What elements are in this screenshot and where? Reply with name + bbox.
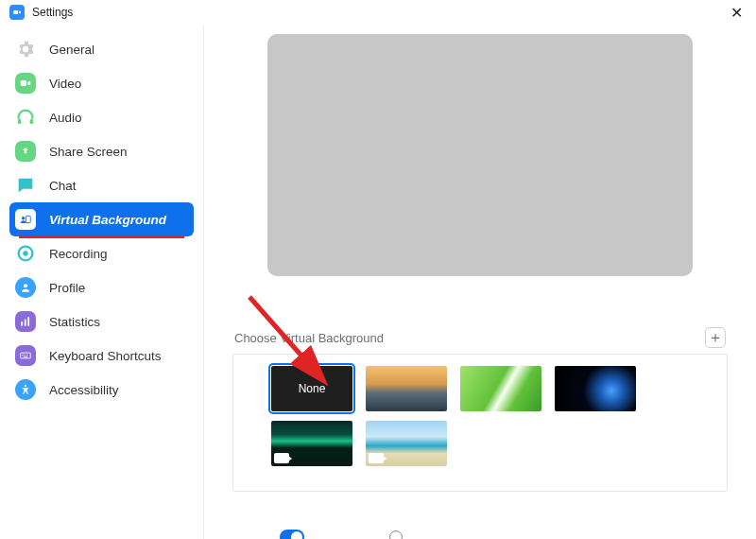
svg-rect-1 [21,80,26,86]
keyboard-icon [15,345,36,366]
sidebar-item-virtual-background[interactable]: Virtual Background [9,202,194,236]
bottom-controls [204,530,756,539]
background-option-bridge[interactable] [366,366,447,411]
section-title: Choose Virtual Background [234,331,384,345]
video-badge-icon [369,453,384,463]
virtual-background-icon [15,209,36,230]
window-title: Settings [32,6,73,19]
titlebar: Settings ✕ [0,0,756,25]
svg-rect-0 [13,10,18,14]
background-option-earth[interactable] [555,366,636,411]
none-label: None [299,382,326,395]
sidebar-item-keyboard-shortcuts[interactable]: Keyboard Shortcuts [0,339,203,373]
sidebar-item-label: Recording [49,247,108,261]
svg-point-8 [24,284,27,287]
svg-point-4 [22,217,26,220]
add-background-button[interactable]: ＋ [705,327,726,348]
video-badge-icon [274,453,289,463]
video-preview [267,34,693,276]
chat-icon [15,175,36,196]
sidebar-item-label: Chat [49,179,77,193]
close-icon[interactable]: ✕ [727,4,747,22]
share-screen-icon [15,141,36,162]
section-header-row: Choose Virtual Background ＋ [232,327,728,354]
svg-rect-11 [27,317,29,325]
sidebar-item-accessibility[interactable]: Accessibility [0,373,203,407]
svg-point-13 [23,355,24,356]
background-option-none[interactable]: None [271,366,352,411]
sidebar-item-label: Profile [49,281,85,295]
accessibility-icon [15,379,36,400]
content-area: Choose Virtual Background ＋ None [204,25,756,539]
svg-point-17 [25,385,26,387]
background-grid: None [232,354,728,492]
sidebar-item-recording[interactable]: Recording [0,236,203,270]
svg-rect-10 [25,320,26,326]
sidebar-item-profile[interactable]: Profile [0,270,203,304]
sidebar-item-label: Statistics [49,315,100,329]
svg-point-15 [26,355,27,356]
titlebar-left: Settings [9,5,73,20]
sidebar-item-label: Video [49,77,81,91]
sidebar-item-chat[interactable]: Chat [0,168,203,202]
sidebar-item-label: General [49,43,94,57]
sidebar-item-audio[interactable]: Audio [0,100,203,134]
sidebar-item-general[interactable]: General [0,32,203,66]
sidebar-item-label: Keyboard Shortcuts [49,349,162,363]
svg-rect-16 [24,356,28,357]
sidebar-item-share-screen[interactable]: Share Screen [0,134,203,168]
sidebar-item-label: Virtual Background [49,213,166,227]
svg-rect-3 [30,119,34,124]
headphones-icon [15,107,36,128]
background-row: None [271,366,689,411]
background-option-beach[interactable] [366,421,447,466]
svg-rect-2 [18,119,22,124]
sidebar-item-statistics[interactable]: Statistics [0,304,203,339]
background-row [271,421,689,466]
sidebar-item-label: Share Screen [49,145,128,159]
radio-option[interactable] [389,530,403,539]
app-icon [9,5,25,20]
svg-point-14 [25,355,26,356]
sidebar: General Video Audio Share Screen Chat [0,25,204,539]
background-option-aurora[interactable] [271,421,352,466]
statistics-icon [15,311,36,332]
toggle-switch[interactable] [280,530,304,539]
plus-icon: ＋ [708,328,723,348]
sidebar-item-label: Audio [49,111,82,125]
background-option-grass[interactable] [460,366,541,411]
gear-icon [15,39,36,60]
svg-rect-12 [21,353,31,358]
video-icon [15,73,36,94]
profile-icon [15,277,36,298]
recording-icon [15,243,36,264]
sidebar-item-video[interactable]: Video [0,66,203,100]
main: General Video Audio Share Screen Chat [0,25,756,539]
svg-rect-5 [26,217,31,223]
svg-point-7 [23,251,28,256]
svg-rect-9 [21,322,23,326]
sidebar-item-label: Accessibility [49,383,119,397]
